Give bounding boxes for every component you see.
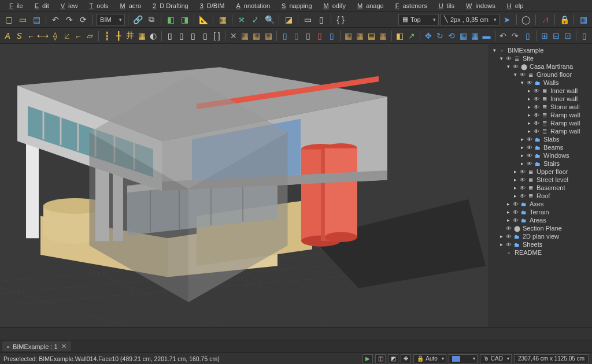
tree-item[interactable]: ▸👁≣Street level	[489, 176, 591, 184]
expand-icon[interactable]: ▸	[498, 233, 504, 239]
visibility-icon[interactable]: 👁	[519, 71, 526, 78]
visibility-icon[interactable]: 👁	[526, 160, 533, 167]
tree-item[interactable]: ▸👁≣Basement	[489, 184, 591, 192]
3d-viewport[interactable]	[0, 44, 488, 327]
tree-item[interactable]: 👁⬤Section Plane	[489, 224, 591, 232]
expand-icon[interactable]: ▸	[526, 88, 532, 94]
tree-item[interactable]: ▸👁≣Inner wall	[489, 87, 591, 95]
side1-icon[interactable]: ▯	[523, 29, 533, 42]
visibility-icon[interactable]: 👁	[512, 200, 519, 207]
menu-view[interactable]: View	[54, 1, 82, 10]
status-contrast-icon[interactable]: ◩	[388, 354, 398, 363]
close-icon[interactable]: ✕	[61, 343, 66, 350]
visibility-icon[interactable]: 👁	[512, 63, 519, 70]
tree-item[interactable]: ▸👁≣Inner wall	[489, 95, 591, 103]
linewidth-combo[interactable]: ╲2px , 0,35 cm	[440, 14, 500, 25]
p1-icon[interactable]: ▯	[303, 29, 313, 42]
open-file-icon[interactable]: ▭	[16, 13, 29, 26]
tree-item[interactable]: ▸👁🖿Terrain	[489, 208, 591, 216]
menu-2ddrafting[interactable]: 2D Drafting	[146, 1, 192, 10]
menu-macro[interactable]: Macro	[113, 1, 145, 10]
p2-icon[interactable]: ▯	[314, 29, 325, 42]
arrow-icon[interactable]: ↗	[406, 29, 417, 42]
menu-fasteners[interactable]: Fasteners	[388, 1, 431, 10]
menu-modify[interactable]: Modify	[317, 1, 349, 10]
sheet-icon[interactable]: ▭	[301, 13, 314, 26]
cube-wire-icon[interactable]: ◧	[164, 13, 177, 26]
visibility-icon[interactable]: 👁	[505, 225, 512, 232]
visibility-icon[interactable]: 👁	[526, 144, 533, 151]
grid2-icon[interactable]: ▦	[136, 29, 147, 42]
tools-icon[interactable]: ✕	[228, 29, 239, 42]
visibility-icon[interactable]: 👁	[505, 55, 512, 62]
tree-item[interactable]: ▸👁🖿Stairs	[489, 159, 591, 168]
d1-icon[interactable]: ▯	[579, 29, 590, 42]
visibility-icon[interactable]: 👁	[505, 233, 512, 240]
t1-icon[interactable]: ◧	[395, 29, 405, 42]
expand-icon[interactable]: ▸	[505, 217, 511, 223]
pkg2-icon[interactable]: ▦	[251, 29, 262, 42]
visibility-icon[interactable]: 👁	[505, 241, 512, 248]
doc3-icon[interactable]: ▯	[188, 29, 198, 42]
b1-icon[interactable]: ▦	[343, 29, 353, 42]
visibility-icon[interactable]: 👁	[519, 192, 526, 199]
rotate-icon[interactable]: ↻	[435, 29, 445, 42]
visibility-icon[interactable]: 👁	[512, 209, 519, 216]
sheet2-icon[interactable]: ▯	[315, 13, 328, 26]
link-group-icon[interactable]: ⧉	[145, 13, 158, 26]
expand-icon[interactable]: ▸	[519, 136, 525, 142]
tree-item[interactable]: ▸👁🖿2D plan view	[489, 232, 591, 240]
iso-icon[interactable]: ◪	[282, 13, 295, 26]
tree-item[interactable]: ▾👁≣Site	[489, 54, 591, 62]
expand-icon[interactable]: ▸	[505, 209, 511, 215]
doc1-icon[interactable]: ▯	[165, 29, 175, 42]
tag-icon[interactable]: ▱	[85, 29, 95, 42]
tree-item[interactable]: ▸👁≣Ramp wall	[489, 127, 591, 135]
expand-icon[interactable]: ▾	[519, 80, 525, 86]
cubes-icon[interactable]: ▦	[469, 29, 480, 42]
status-color-combo[interactable]	[449, 354, 478, 363]
b4-icon[interactable]: ▦	[378, 29, 388, 42]
ifc-icon[interactable]: ▯	[280, 29, 290, 42]
menu-utils[interactable]: Utils	[432, 1, 458, 10]
visibility-icon[interactable]: 👁	[533, 87, 540, 94]
pkg3-icon[interactable]: ▦	[263, 29, 273, 42]
document-tab[interactable]: ▫ BIMExample : 1 ✕	[2, 341, 71, 351]
fit-all-icon[interactable]: ⤧	[235, 13, 248, 26]
visibility-icon[interactable]: 👁	[526, 136, 533, 143]
box3-icon[interactable]: ▦	[458, 29, 468, 42]
tree-item[interactable]: ▸👁🖿Areas	[489, 216, 591, 224]
braces-icon[interactable]: { }	[334, 13, 347, 26]
tree-item[interactable]: ▸👁≣Stone wall	[489, 103, 591, 111]
expand-icon[interactable]: ▸	[519, 153, 525, 158]
b3-icon[interactable]: ▤	[367, 29, 377, 42]
back-icon[interactable]: ↶	[498, 29, 508, 42]
workbench-combo[interactable]: BIM	[96, 14, 125, 25]
expand-icon[interactable]: ▸	[512, 177, 518, 183]
new-file-icon[interactable]: ▢	[2, 13, 15, 26]
menu-annotation[interactable]: Annotation	[229, 1, 273, 10]
tree-item[interactable]: ▸👁🖿Slabs	[489, 135, 591, 143]
status-terminal-icon[interactable]: ▶	[362, 354, 373, 363]
status-plus-icon[interactable]: ✥	[401, 354, 411, 363]
g2-icon[interactable]: ⊟	[551, 29, 561, 42]
visibility-icon[interactable]: 👁	[519, 184, 526, 191]
visibility-icon[interactable]: 👁	[533, 128, 540, 135]
menu-edit[interactable]: Edit	[28, 1, 53, 10]
refresh-icon[interactable]: ⟳	[77, 13, 90, 26]
tree-item[interactable]: ▸👁🖿Beams	[489, 143, 591, 151]
bracket-icon[interactable]: ⌐	[73, 29, 84, 42]
topview-combo[interactable]: ▦Top	[398, 14, 439, 25]
tree-item[interactable]: ▸👁≣Upper floor	[489, 168, 591, 176]
status-panel-icon[interactable]: ◫	[375, 354, 386, 363]
visibility-icon[interactable]: 👁	[512, 217, 519, 224]
angle-icon[interactable]: ⟀	[62, 29, 72, 42]
cycle-icon[interactable]: ⟲	[446, 29, 457, 42]
expand-icon[interactable]: ▸	[498, 242, 504, 247]
expand-icon[interactable]: ▾	[512, 72, 518, 77]
expand-icon[interactable]: ▸	[526, 112, 532, 118]
dimension-h-icon[interactable]: ⟷	[37, 29, 49, 42]
save-file-icon[interactable]: ▤	[30, 13, 43, 26]
link-icon[interactable]: 🔗	[131, 13, 144, 26]
tree-item[interactable]: ▸👁≣Ramp wall	[489, 111, 591, 119]
